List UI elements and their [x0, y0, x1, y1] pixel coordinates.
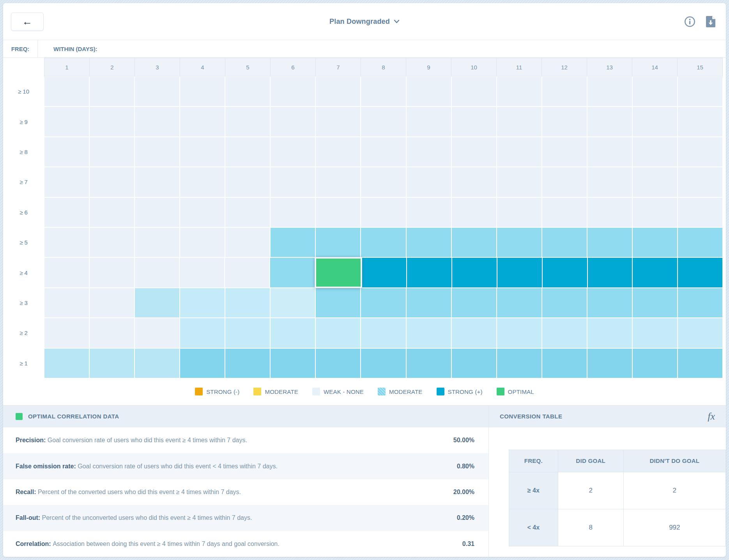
heatmap-cell[interactable]	[678, 258, 722, 287]
heatmap-cell[interactable]	[44, 167, 89, 197]
heatmap-cell[interactable]	[452, 107, 496, 136]
heatmap-cell[interactable]	[90, 318, 134, 347]
heatmap-cell[interactable]	[587, 167, 632, 197]
heatmap-cell[interactable]	[678, 349, 722, 378]
heatmap-cell[interactable]	[316, 167, 360, 197]
heatmap-cell[interactable]	[225, 258, 269, 287]
heatmap-cell[interactable]	[135, 288, 179, 317]
heatmap-cell[interactable]	[135, 349, 179, 378]
heatmap-cell[interactable]	[452, 288, 496, 317]
heatmap-cell[interactable]	[135, 107, 179, 136]
heatmap-cell[interactable]	[407, 318, 451, 347]
heatmap-cell[interactable]	[633, 288, 677, 317]
heatmap-cell[interactable]	[497, 288, 541, 317]
heatmap-cell[interactable]	[44, 198, 89, 227]
heatmap-cell[interactable]	[407, 198, 451, 227]
heatmap-cell[interactable]	[271, 137, 315, 167]
heatmap-cell[interactable]	[44, 349, 89, 378]
heatmap-cell[interactable]	[44, 318, 89, 347]
heatmap-cell[interactable]	[135, 198, 179, 227]
heatmap-cell[interactable]	[180, 318, 225, 347]
heatmap-cell[interactable]	[587, 228, 632, 257]
heatmap-cell[interactable]	[271, 288, 315, 317]
heatmap-cell[interactable]	[90, 107, 134, 136]
heatmap-cell[interactable]	[452, 198, 496, 227]
heatmap-cell[interactable]	[361, 228, 405, 257]
heatmap-cell[interactable]	[452, 77, 496, 106]
heatmap-cell[interactable]	[497, 77, 541, 106]
heatmap-cell[interactable]	[361, 198, 405, 227]
heatmap-cell[interactable]	[633, 198, 677, 227]
heatmap-cell[interactable]	[542, 167, 587, 197]
heatmap-cell[interactable]	[587, 198, 632, 227]
heatmap-cell[interactable]	[44, 228, 89, 257]
heatmap-cell[interactable]	[90, 198, 134, 227]
heatmap-cell[interactable]	[316, 228, 360, 257]
heatmap-cell[interactable]	[452, 258, 497, 287]
heatmap-cell[interactable]	[587, 77, 632, 106]
heatmap-cell[interactable]	[452, 349, 496, 378]
heatmap-cell[interactable]	[225, 318, 270, 347]
export-download-icon[interactable]	[706, 16, 716, 28]
heatmap-cell[interactable]	[678, 198, 722, 227]
heatmap-cell[interactable]	[316, 77, 360, 106]
heatmap-cell[interactable]	[407, 137, 451, 167]
heatmap-cell[interactable]	[135, 258, 179, 287]
heatmap-cell[interactable]	[316, 107, 360, 136]
heatmap-cell[interactable]	[497, 198, 541, 227]
heatmap-cell[interactable]	[588, 258, 632, 287]
heatmap-cell[interactable]	[452, 137, 496, 167]
heatmap-cell[interactable]	[271, 167, 315, 197]
heatmap-cell[interactable]	[135, 137, 179, 167]
heatmap-cell[interactable]	[407, 167, 451, 197]
heatmap-cell[interactable]	[90, 228, 134, 257]
heatmap-cell[interactable]	[678, 107, 722, 136]
heatmap-cell[interactable]	[407, 349, 451, 378]
heatmap-cell[interactable]	[407, 107, 451, 136]
heatmap-cell[interactable]	[362, 258, 407, 287]
heatmap-cell[interactable]	[361, 288, 405, 317]
heatmap-cell[interactable]	[678, 288, 722, 317]
heatmap-cell[interactable]	[225, 288, 270, 317]
heatmap-cell[interactable]	[361, 107, 405, 136]
heatmap-cell[interactable]	[225, 107, 270, 136]
heatmap-cell[interactable]	[270, 258, 315, 287]
heatmap-cell[interactable]	[316, 288, 360, 317]
heatmap-cell[interactable]	[407, 288, 451, 317]
heatmap-cell[interactable]	[678, 137, 722, 167]
heatmap-cell[interactable]	[542, 77, 587, 106]
heatmap-cell[interactable]	[361, 137, 405, 167]
heatmap-cell[interactable]	[316, 137, 360, 167]
heatmap-cell[interactable]	[90, 77, 134, 106]
heatmap-cell[interactable]	[633, 167, 677, 197]
heatmap-cell[interactable]	[180, 258, 224, 287]
heatmap-cell[interactable]	[497, 137, 541, 167]
heatmap-cell[interactable]	[180, 107, 225, 136]
heatmap-cell[interactable]	[407, 258, 451, 287]
heatmap-cell[interactable]	[497, 167, 541, 197]
back-button[interactable]: ←	[11, 12, 44, 31]
heatmap-cell[interactable]	[497, 349, 541, 378]
heatmap-cell[interactable]	[678, 228, 722, 257]
heatmap-cell[interactable]	[633, 228, 677, 257]
heatmap-cell[interactable]	[587, 107, 632, 136]
heatmap-cell[interactable]	[90, 258, 134, 287]
heatmap-cell[interactable]	[44, 107, 89, 136]
heatmap-cell[interactable]	[542, 349, 587, 378]
event-dropdown[interactable]: Plan Downgraded	[329, 18, 400, 26]
heatmap-cell[interactable]	[180, 228, 225, 257]
heatmap-cell[interactable]	[180, 198, 225, 227]
heatmap-cell[interactable]	[361, 167, 405, 197]
heatmap-cell[interactable]	[587, 318, 632, 347]
heatmap-cell[interactable]	[407, 228, 451, 257]
heatmap-cell[interactable]	[361, 318, 405, 347]
heatmap-cell[interactable]	[497, 258, 542, 287]
heatmap-cell[interactable]	[587, 349, 632, 378]
heatmap-cell[interactable]	[678, 77, 722, 106]
heatmap-cell[interactable]	[587, 288, 632, 317]
heatmap-cell[interactable]	[633, 349, 677, 378]
info-icon[interactable]	[684, 16, 695, 27]
heatmap-cell[interactable]	[542, 137, 587, 167]
heatmap-cell[interactable]	[271, 77, 315, 106]
heatmap-cell[interactable]	[225, 349, 270, 378]
